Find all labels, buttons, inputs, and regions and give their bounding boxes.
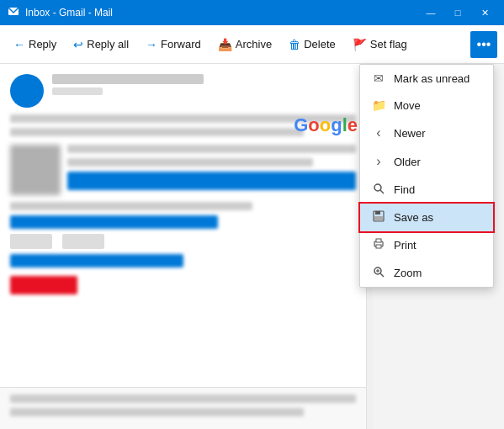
menu-item-find[interactable]: Find [360,176,493,204]
menu-item-mark-unread[interactable]: ✉ Mark as unread [360,65,493,92]
flag-icon: 🚩 [353,38,367,51]
stat-1 [10,234,52,249]
reply-all-button[interactable]: ↩ Reply all [66,34,135,55]
chevron-right-icon: › [372,154,385,169]
menu-label-find: Find [394,183,415,196]
content-row [10,145,356,195]
email-header [10,74,356,108]
menu-label-move: Move [394,99,421,112]
minimize-button[interactable]: — [418,0,443,25]
archive-button[interactable]: 📥 Archive [211,34,279,55]
svg-rect-5 [374,216,383,220]
menu-label-print: Print [394,239,416,252]
close-button[interactable]: ✕ [472,0,497,25]
menu-item-print[interactable]: Print [360,231,493,259]
titlebar: Inbox - Gmail - Mail — □ ✕ [0,0,504,25]
email-body [10,145,356,294]
reply-icon: ← [13,38,25,51]
cta-button-3 [10,254,183,267]
svg-rect-7 [376,239,381,242]
menu-label-save-as: Save as [394,211,433,224]
more-icon: ••• [477,37,491,52]
save-as-icon [372,210,385,225]
dropdown-menu: ✉ Mark as unread 📁 Move ‹ Newer › Older … [359,64,494,288]
delete-button[interactable]: 🗑 Delete [282,34,342,55]
avatar [10,74,44,108]
menu-item-zoom[interactable]: Zoom [360,259,493,287]
delete-icon: 🗑 [289,38,300,51]
body-line-2 [67,158,313,167]
set-flag-label: Set flag [370,38,407,50]
set-flag-button[interactable]: 🚩 Set flag [346,34,414,55]
cta-button-1 [67,172,356,190]
google-logo: Google [294,114,358,136]
find-icon [372,183,385,197]
preview-line-1 [10,395,356,403]
svg-rect-4 [375,211,380,214]
window-title: Inbox - Gmail - Mail [25,7,418,19]
subject-line-2 [10,128,304,136]
svg-point-1 [374,184,381,191]
print-icon [372,238,385,252]
preview-line-2 [10,408,304,416]
menu-label-mark-unread: Mark as unread [394,72,470,85]
archive-icon: 📥 [218,38,232,51]
email-panel: Google [0,64,366,429]
window-controls: — □ ✕ [418,0,497,25]
maximize-button[interactable]: □ [445,0,470,25]
menu-item-move[interactable]: 📁 Move [360,92,493,119]
reply-all-label: Reply all [87,38,129,50]
delete-label: Delete [304,38,336,50]
menu-label-zoom: Zoom [394,267,422,279]
reply-all-icon: ↩ [73,38,83,51]
body-line-1 [67,145,356,153]
email-meta [52,74,356,95]
menu-item-save-as[interactable]: Save as [360,204,493,231]
svg-line-2 [380,190,384,193]
forward-label: Forward [161,38,201,50]
text-content [67,145,356,195]
stats-row [10,234,356,249]
reply-button[interactable]: ← Reply [7,34,63,55]
svg-rect-8 [376,245,381,248]
menu-item-newer[interactable]: ‹ Newer [360,119,493,147]
reply-label: Reply [29,38,56,50]
menu-label-newer: Newer [394,127,426,140]
cta-button-2 [10,215,218,229]
stat-2 [62,234,104,249]
more-button[interactable]: ••• [470,31,497,58]
sender-time [52,87,103,95]
app-icon [7,6,20,19]
menu-label-older: Older [394,156,421,168]
archive-label: Archive [236,38,272,50]
toolbar: ← Reply ↩ Reply all → Forward 📥 Archive … [0,25,504,64]
folder-icon: 📁 [372,98,385,112]
mail-icon: ✉ [372,72,385,85]
sender-name [52,74,204,84]
chevron-left-icon: ‹ [372,125,385,140]
menu-item-older[interactable]: › Older [360,147,493,176]
image-thumbnail [10,145,61,195]
body-line-3 [10,202,252,210]
forward-icon: → [146,38,157,51]
forward-button[interactable]: → Forward [139,34,208,55]
bottom-email-preview [0,387,366,429]
zoom-icon [372,266,385,280]
red-button [10,276,77,294]
svg-line-10 [380,273,384,277]
